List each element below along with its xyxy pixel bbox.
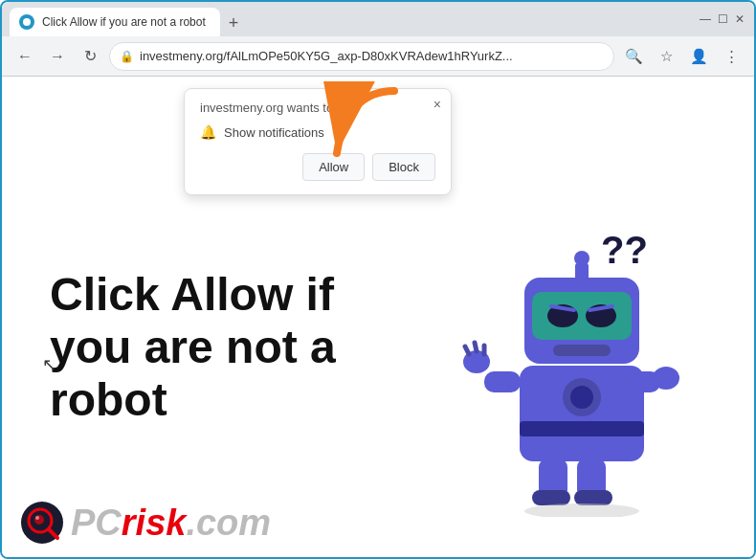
lock-icon: 🔒 — [120, 50, 134, 63]
svg-point-29 — [35, 516, 39, 520]
bell-icon: 🔔 — [200, 124, 216, 140]
svg-rect-23 — [532, 490, 570, 505]
back-button[interactable]: ← — [11, 43, 38, 70]
active-tab[interactable]: Click Allow if you are not a robot ✕ — [10, 8, 220, 36]
forward-button[interactable]: → — [44, 43, 71, 70]
svg-line-30 — [49, 529, 57, 538]
search-button[interactable]: 🔍 — [620, 43, 647, 70]
svg-rect-15 — [484, 371, 521, 392]
minimize-button[interactable]: — — [699, 12, 712, 26]
address-bar-row: ← → ↻ 🔒 investmeny.org/fAlLmOPe50KY5G_ax… — [2, 36, 754, 77]
orange-arrow — [318, 81, 413, 181]
main-page-text: Click Allow if you are not a robot — [50, 268, 356, 427]
new-tab-button[interactable]: + — [220, 10, 247, 36]
menu-button[interactable]: ⋮ — [718, 43, 745, 70]
profile-button[interactable]: 👤 — [685, 43, 712, 70]
svg-rect-3 — [532, 292, 632, 340]
pcrisk-text: PCrisk.com — [71, 503, 271, 544]
svg-rect-8 — [553, 345, 611, 356]
maximize-button[interactable]: ☐ — [716, 12, 729, 26]
address-bar[interactable]: 🔒 investmeny.org/fAlLmOPe50KY5G_axp-D80x… — [109, 42, 614, 71]
tab-area: Click Allow if you are not a robot ✕ + — [10, 2, 693, 36]
svg-point-26 — [524, 503, 639, 517]
bookmark-button[interactable]: ☆ — [653, 43, 679, 70]
refresh-button[interactable]: ↻ — [77, 43, 103, 70]
risk-text: risk — [122, 503, 187, 543]
svg-line-17 — [465, 347, 469, 354]
pc-text: PC — [71, 503, 122, 543]
title-bar: Click Allow if you are not a robot ✕ + —… — [2, 2, 754, 36]
window-controls: — ☐ ✕ — [699, 12, 746, 26]
svg-rect-12 — [520, 421, 644, 436]
tab-title: Click Allow if you are not a robot — [42, 15, 206, 29]
svg-point-21 — [653, 367, 679, 390]
pcrisk-magnifier-icon — [21, 502, 63, 544]
popup-close-button[interactable]: × — [434, 97, 441, 112]
notification-text: Show notifications — [224, 125, 324, 140]
url-text: investmeny.org/fAlLmOPe50KY5G_axp-D80xKV… — [140, 49, 604, 63]
svg-point-14 — [570, 386, 593, 409]
svg-rect-25 — [574, 490, 612, 505]
svg-line-18 — [475, 343, 477, 351]
svg-text:??: ?? — [601, 229, 648, 271]
watermark: PCrisk.com — [21, 502, 271, 544]
close-button[interactable]: ✕ — [733, 12, 746, 26]
svg-point-28 — [34, 515, 44, 525]
tab-favicon-icon — [19, 14, 34, 30]
dot-text: .com — [186, 503, 271, 543]
page-content: × investmeny.org wants to 🔔 Show notific… — [2, 77, 754, 557]
svg-point-10 — [574, 251, 589, 266]
browser-window: Click Allow if you are not a robot ✕ + —… — [0, 0, 756, 559]
robot-illustration: ?? — [448, 211, 697, 517]
